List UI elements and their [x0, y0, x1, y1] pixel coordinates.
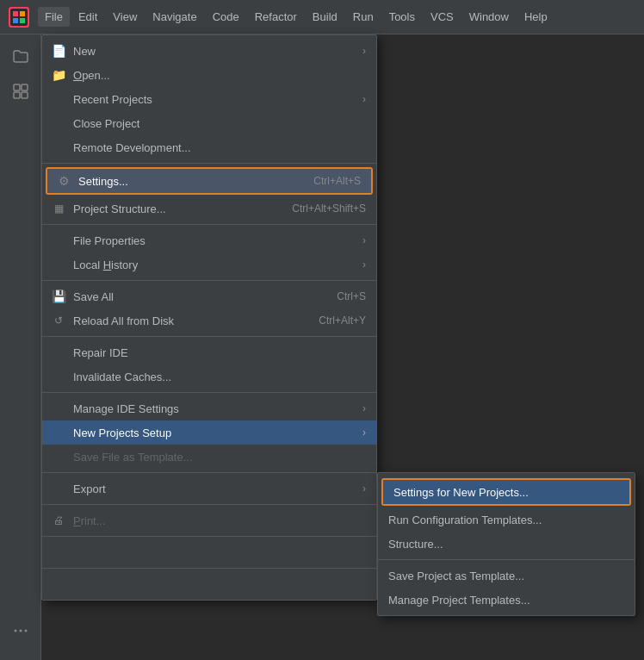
- open-icon: 📁: [51, 67, 66, 83]
- recent-arrow: ›: [362, 93, 366, 105]
- local-history-arrow: ›: [362, 258, 366, 271]
- menu-tools[interactable]: Tools: [382, 7, 422, 27]
- svg-rect-7: [22, 84, 28, 90]
- new-projects-arrow: ›: [362, 427, 366, 439]
- svg-rect-2: [13, 11, 18, 16]
- print-icon: 🖨: [51, 513, 66, 528]
- menu-run[interactable]: Run: [346, 7, 381, 27]
- file-dropdown-menu: 📄 New › 📁 Open... Recent Projects › Clos…: [41, 34, 377, 601]
- menu-item-save-all-label: Save All: [73, 290, 114, 303]
- menu-item-invalidate-label: Invalidate Caches...: [73, 370, 171, 383]
- separator-6: [42, 472, 376, 473]
- menu-item-new-label: New: [73, 45, 96, 58]
- project-structure-icon: ▦: [51, 201, 66, 216]
- menu-item-invalidate-caches[interactable]: Invalidate Caches...: [42, 364, 376, 389]
- menu-item-save-all[interactable]: 💾 Save All Ctrl+S: [42, 284, 376, 308]
- reload-icon: ↺: [51, 313, 66, 328]
- svg-point-12: [24, 630, 27, 632]
- submenu-item-manage-project-templates[interactable]: Manage Project Templates...: [378, 588, 635, 612]
- menu-view[interactable]: View: [106, 7, 144, 27]
- menu-item-reload-all[interactable]: ↺ Reload All from Disk Ctrl+Alt+Y: [42, 308, 376, 333]
- menu-file[interactable]: File: [38, 7, 70, 27]
- separator-9: [42, 568, 376, 569]
- submenu-structure-label: Structure...: [388, 538, 443, 551]
- submenu-save-project-label: Save Project as Template...: [388, 570, 524, 582]
- content-area: 📄 New › 📁 Open... Recent Projects › Clos…: [41, 34, 644, 660]
- menu-item-print: 🖨 Print...: [42, 508, 376, 532]
- menu-item-new-projects-setup[interactable]: New Projects Setup ›: [42, 420, 376, 445]
- menu-item-open-label: Open...: [73, 69, 110, 82]
- menu-item-settings-label: Settings...: [78, 175, 128, 188]
- svg-rect-3: [20, 11, 25, 16]
- menu-build[interactable]: Build: [306, 7, 344, 27]
- sidebar: [0, 34, 41, 660]
- menu-item-export[interactable]: Export ›: [42, 476, 376, 501]
- menu-bar: File Edit View Navigate Code Refactor Bu…: [0, 0, 644, 34]
- main-area: 📄 New › 📁 Open... Recent Projects › Clos…: [0, 34, 644, 660]
- menu-item-project-structure[interactable]: ▦ Project Structure... Ctrl+Alt+Shift+S: [42, 196, 376, 221]
- svg-point-11: [19, 630, 22, 632]
- menu-refactor[interactable]: Refactor: [248, 7, 304, 27]
- submenu-settings-new-projects-label: Settings for New Projects...: [393, 486, 529, 499]
- menu-item-local-history[interactable]: Local History ›: [42, 252, 376, 277]
- menu-item-exit[interactable]: [42, 572, 376, 596]
- separator-8: [42, 536, 376, 537]
- menu-item-power-save[interactable]: [42, 540, 376, 564]
- svg-rect-6: [14, 84, 20, 90]
- menu-item-new[interactable]: 📄 New ›: [42, 39, 376, 63]
- file-properties-arrow: ›: [362, 234, 366, 246]
- menu-item-reload-label: Reload All from Disk: [73, 314, 174, 327]
- svg-point-10: [14, 630, 16, 632]
- menu-item-manage-ide[interactable]: Manage IDE Settings ›: [42, 396, 376, 420]
- project-structure-shortcut: Ctrl+Alt+Shift+S: [275, 202, 366, 215]
- menu-item-file-props-label: File Properties: [73, 234, 146, 247]
- menu-window[interactable]: Window: [462, 7, 516, 27]
- reload-shortcut: Ctrl+Alt+Y: [301, 314, 366, 327]
- menu-item-close-label: Close Project: [73, 117, 139, 130]
- submenu-manage-project-label: Manage Project Templates...: [388, 594, 530, 607]
- submenu-item-run-config[interactable]: Run Configuration Templates...: [378, 507, 635, 532]
- manage-ide-arrow: ›: [362, 402, 366, 414]
- menu-item-project-structure-label: Project Structure...: [73, 202, 166, 215]
- menu-item-remote-dev[interactable]: Remote Development...: [42, 135, 376, 159]
- submenu-item-settings-new-projects[interactable]: Settings for New Projects...: [383, 480, 629, 504]
- menu-item-open[interactable]: 📁 Open...: [42, 63, 376, 87]
- submenu-separator-1: [378, 559, 635, 560]
- submenu-item-save-project-template[interactable]: Save Project as Template...: [378, 563, 635, 588]
- svg-rect-5: [20, 18, 25, 23]
- separator-3: [42, 280, 376, 281]
- menu-code[interactable]: Code: [206, 7, 246, 27]
- menu-item-close-project[interactable]: Close Project: [42, 111, 376, 135]
- svg-rect-9: [22, 92, 28, 98]
- menu-item-settings[interactable]: ⚙ Settings... Ctrl+Alt+S: [47, 169, 371, 193]
- settings-icon: ⚙: [56, 173, 71, 189]
- export-arrow: ›: [362, 483, 366, 495]
- submenu-run-config-label: Run Configuration Templates...: [388, 514, 542, 526]
- menu-edit[interactable]: Edit: [71, 7, 104, 27]
- menu-navigate[interactable]: Navigate: [146, 7, 203, 27]
- separator-2: [42, 224, 376, 225]
- menu-item-new-projects-label: New Projects Setup: [73, 427, 171, 439]
- menu-item-local-history-label: Local History: [73, 258, 138, 271]
- new-icon: 📄: [51, 43, 66, 59]
- menu-vcs[interactable]: VCS: [424, 7, 461, 27]
- menu-item-recent-projects[interactable]: Recent Projects ›: [42, 87, 376, 111]
- menu-help[interactable]: Help: [517, 7, 554, 27]
- menu-item-file-properties[interactable]: File Properties ›: [42, 228, 376, 252]
- save-all-icon: 💾: [51, 289, 66, 304]
- sidebar-folder-icon[interactable]: [5, 41, 36, 72]
- menu-item-remote-label: Remote Development...: [73, 141, 191, 154]
- sidebar-more-icon[interactable]: [5, 615, 36, 646]
- menu-item-repair-ide[interactable]: Repair IDE: [42, 340, 376, 364]
- submenu-item-structure[interactable]: Structure...: [378, 532, 635, 556]
- separator-1: [42, 163, 376, 164]
- svg-rect-8: [14, 92, 20, 98]
- separator-7: [42, 504, 376, 505]
- sidebar-blocks-icon[interactable]: [5, 76, 36, 107]
- new-arrow: ›: [362, 45, 366, 57]
- menu-item-export-label: Export: [73, 483, 106, 495]
- menu-item-print-label: Print...: [73, 514, 106, 527]
- menu-item-save-file-template: Save File as Template...: [42, 445, 376, 469]
- settings-shortcut: Ctrl+Alt+S: [296, 175, 361, 187]
- svg-rect-4: [13, 18, 18, 23]
